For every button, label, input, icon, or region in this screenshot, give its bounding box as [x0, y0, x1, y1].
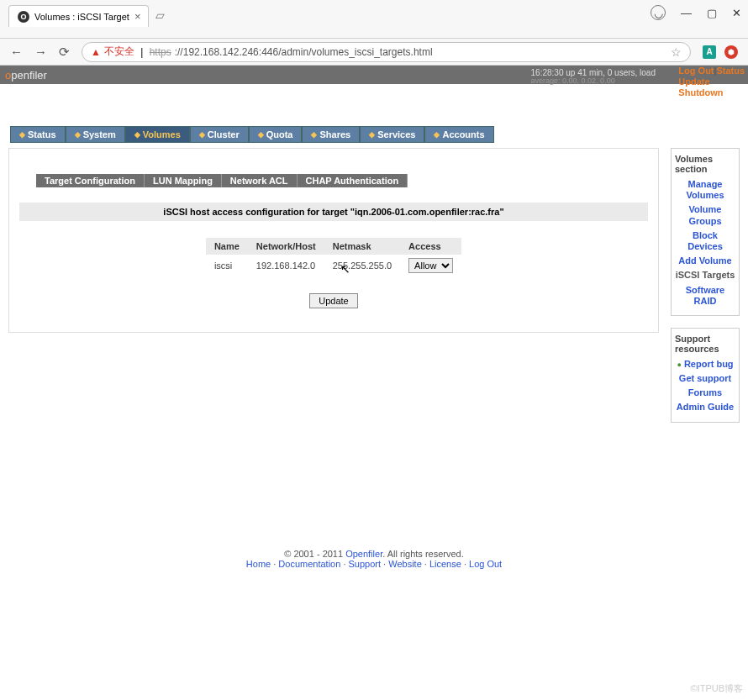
link-forums[interactable]: Forums: [675, 387, 735, 398]
link-report-bug[interactable]: ● Report bug: [675, 359, 735, 370]
link-iscsi-targets[interactable]: iSCSI Targets: [675, 270, 735, 281]
nav-status[interactable]: ◆Status: [10, 126, 66, 143]
nav-quota[interactable]: ◆Quota: [249, 126, 303, 143]
tab-close-icon[interactable]: ×: [134, 10, 141, 23]
minimize-button[interactable]: —: [681, 7, 692, 19]
new-tab-button[interactable]: ▱: [149, 5, 171, 25]
openfiler-logo: openfiler: [5, 69, 47, 82]
table-row: iscsi 192.168.142.0 255.255.255.0 Allow: [206, 255, 461, 276]
config-title: iSCSI host access configuration for targ…: [19, 203, 648, 221]
maximize-button[interactable]: ▢: [707, 7, 717, 19]
tab-chap-auth[interactable]: CHAP Authentication: [298, 174, 408, 187]
cell-netmask: 255.255.255.0: [324, 255, 400, 276]
tab-network-acl[interactable]: Network ACL: [222, 174, 298, 187]
nav-system[interactable]: ◆System: [66, 126, 125, 143]
support-title: Support resources: [675, 334, 735, 354]
forward-button[interactable]: →: [34, 45, 47, 59]
shutdown-link[interactable]: Shutdown: [678, 87, 723, 97]
tab-lun-mapping[interactable]: LUN Mapping: [145, 174, 222, 187]
volumes-section-title: Volumes section: [675, 154, 735, 174]
insecure-icon: ▲: [91, 46, 101, 58]
url-input[interactable]: ▲ 不安全 | https ://192.168.142.246:446/adm…: [82, 42, 691, 62]
reload-button[interactable]: ⟳: [59, 45, 70, 60]
link-add-volume[interactable]: Add Volume: [675, 255, 735, 266]
support-box: Support resources ● Report bug Get suppo…: [671, 328, 740, 423]
update-button[interactable]: Update: [309, 293, 357, 308]
nav-volumes[interactable]: ◆Volumes: [125, 126, 190, 143]
link-get-support[interactable]: Get support: [675, 373, 735, 384]
extension-o-icon[interactable]: ⬢: [724, 45, 738, 59]
extension-a-icon[interactable]: A: [703, 45, 716, 59]
link-admin-guide[interactable]: Admin Guide: [675, 402, 735, 413]
footer-support[interactable]: Support: [349, 559, 382, 569]
bookmark-icon[interactable]: ☆: [671, 45, 682, 59]
nav-accounts[interactable]: ◆Accounts: [424, 126, 493, 143]
tab-favicon: O: [18, 11, 29, 23]
footer: © 2001 - 2011 Openfiler. All rights rese…: [0, 549, 748, 569]
content-panel: Target Configuration LUN Mapping Network…: [8, 148, 659, 333]
browser-tab[interactable]: O Volumes : iSCSI Target ×: [8, 5, 149, 27]
update-link[interactable]: Update: [678, 76, 709, 87]
sub-tabs: Target Configuration LUN Mapping Network…: [36, 174, 650, 187]
link-software-raid[interactable]: Software RAID: [675, 285, 735, 307]
browser-tab-strip: O Volumes : iSCSI Target × ▱ ◡ — ▢ ✕: [0, 0, 748, 39]
uptime-text: 16:28:30 up 41 min, 0 users, load averag…: [531, 68, 656, 86]
footer-logout[interactable]: Log Out: [469, 559, 502, 569]
link-manage-volumes[interactable]: Manage Volumes: [675, 179, 735, 201]
logout-link[interactable]: Log Out: [678, 66, 714, 76]
col-access: Access: [400, 238, 461, 255]
col-name: Name: [206, 238, 248, 255]
close-window-button[interactable]: ✕: [732, 7, 741, 19]
url-path: ://192.168.142.246:446/admin/volumes_isc…: [175, 46, 433, 58]
col-netmask: Netmask: [324, 238, 400, 255]
insecure-label: 不安全: [104, 45, 134, 59]
nav-cluster[interactable]: ◆Cluster: [190, 126, 249, 143]
watermark: ©ITPUB博客: [691, 682, 744, 695]
header-links: Log Out|Status Update Shutdown: [678, 66, 745, 99]
user-icon[interactable]: ◡: [651, 5, 666, 20]
link-block-devices[interactable]: Block Devices: [675, 230, 735, 252]
nav-shares[interactable]: ◆Shares: [302, 126, 360, 143]
access-select[interactable]: Allow: [408, 258, 453, 273]
footer-openfiler-link[interactable]: Openfiler: [345, 549, 382, 559]
tab-target-config[interactable]: Target Configuration: [36, 174, 145, 187]
nav-services[interactable]: ◆Services: [360, 126, 424, 143]
acl-table: Name Network/Host Netmask Access iscsi 1…: [206, 238, 461, 276]
cell-name: iscsi: [206, 255, 248, 276]
app-header: openfiler 16:28:30 up 41 min, 0 users, l…: [0, 66, 748, 84]
url-protocol: https: [150, 46, 171, 58]
main-nav: ◆Status ◆System ◆Volumes ◆Cluster ◆Quota…: [10, 126, 748, 143]
cell-host: 192.168.142.0: [248, 255, 324, 276]
status-link[interactable]: Status: [716, 66, 745, 76]
address-bar: ← → ⟳ ▲ 不安全 | https ://192.168.142.246:4…: [0, 39, 748, 66]
footer-license[interactable]: License: [429, 559, 461, 569]
col-host: Network/Host: [248, 238, 324, 255]
back-button[interactable]: ←: [10, 45, 23, 59]
footer-website[interactable]: Website: [388, 559, 422, 569]
link-volume-groups[interactable]: Volume Groups: [675, 204, 735, 226]
footer-documentation[interactable]: Documentation: [278, 559, 340, 569]
volumes-section-box: Volumes section Manage Volumes Volume Gr…: [671, 148, 740, 316]
tab-title: Volumes : iSCSI Target: [34, 12, 129, 22]
footer-home[interactable]: Home: [246, 559, 271, 569]
